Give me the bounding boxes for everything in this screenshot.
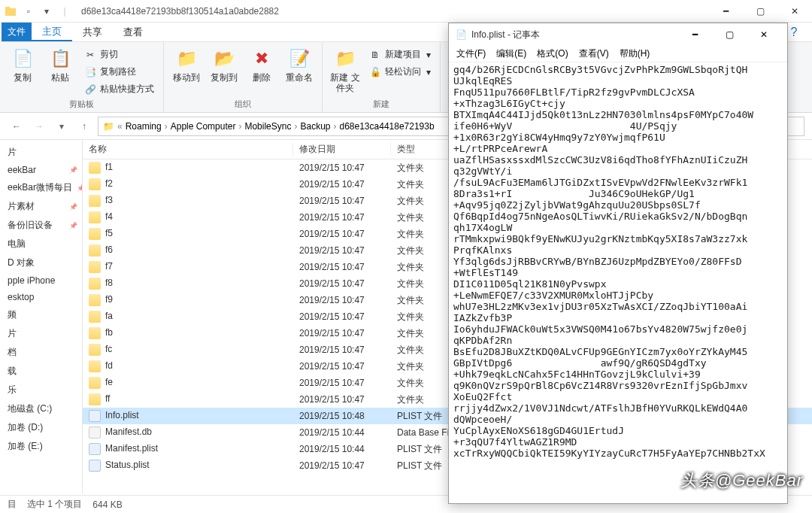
notepad-titlebar[interactable]: 📄 Info.plist - 记事本 ━ ▢ ✕: [449, 23, 787, 46]
file-date: 2019/2/15 10:47: [293, 212, 391, 223]
file-name: f5: [105, 228, 113, 238]
nav-back-button[interactable]: ←: [8, 117, 26, 135]
np-menu-format[interactable]: 格式(O): [532, 46, 572, 62]
nav-item[interactable]: eekBar: [0, 162, 82, 178]
file-name: f7: [105, 261, 113, 272]
nav-item[interactable]: 片素材: [0, 197, 82, 216]
tab-home[interactable]: 主页: [32, 23, 72, 41]
svg-rect-0: [5, 8, 16, 16]
notepad-body[interactable]: gq4/b26RjECDCnGlsRCBy3t5VGvcjZvPhPkZm9GW…: [449, 62, 787, 503]
nav-up-button[interactable]: ↑: [75, 117, 93, 135]
file-name: f3: [105, 195, 113, 205]
maximize-button[interactable]: ▢: [743, 0, 777, 23]
np-close-button[interactable]: ✕: [747, 23, 781, 46]
group-organize-label: 组织: [170, 97, 316, 112]
column-date[interactable]: 修改日期: [293, 143, 391, 156]
nav-forward-button[interactable]: →: [30, 117, 48, 135]
nav-item[interactable]: 片: [0, 324, 82, 343]
nav-item[interactable]: 载: [0, 362, 82, 381]
path-icon: 📑: [84, 66, 96, 78]
file-name: Status.plist: [105, 460, 150, 470]
nav-item[interactable]: D 对象: [0, 253, 82, 272]
copy-to-button[interactable]: 📂复制到: [208, 45, 241, 83]
newitem-icon: 🗎: [369, 49, 381, 61]
file-date: 2019/2/15 10:47: [293, 311, 391, 322]
np-menu-edit[interactable]: 编辑(E): [492, 46, 531, 62]
copy-path-button[interactable]: 📑复制路径: [81, 64, 157, 80]
folder-icon: [89, 344, 101, 356]
file-name: fa: [105, 311, 113, 321]
watermark: 头条@GeekBar: [680, 469, 803, 492]
notepad-menu: 文件(F) 编辑(E) 格式(O) 查看(V) 帮助(H): [449, 46, 787, 62]
np-maximize-button[interactable]: ▢: [712, 23, 747, 46]
folder-icon: [5, 5, 17, 17]
properties-icon[interactable]: ▫: [23, 5, 35, 17]
file-date: 2019/2/15 10:47: [293, 328, 391, 338]
nav-item[interactable]: pple iPhone: [0, 272, 82, 289]
paste-button[interactable]: 📋粘贴: [44, 45, 77, 83]
new-item-button[interactable]: 🗎新建项目▾: [366, 47, 434, 62]
nav-item[interactable]: 加卷 (E:): [0, 437, 82, 456]
easy-access-button[interactable]: 🔓轻松访问▾: [366, 64, 434, 80]
file-date: 2019/2/15 10:47: [293, 460, 391, 471]
file-name: f4: [105, 211, 113, 222]
rename-button[interactable]: 📝重命名: [283, 45, 316, 83]
file-name: f2: [105, 178, 113, 189]
notepad-icon: 📄: [455, 29, 467, 41]
file-name: f6: [105, 244, 113, 255]
navigation-pane[interactable]: 片eekBareekBar微博每日片素材备份旧设备电脑D 对象pple iPho…: [0, 140, 83, 493]
file-name: ff: [105, 393, 110, 404]
group-new-label: 新建: [329, 97, 434, 112]
delete-button[interactable]: ✖删除: [245, 45, 278, 83]
easyaccess-icon: 🔓: [369, 66, 381, 78]
tab-view[interactable]: 查看: [113, 23, 153, 41]
file-name: fe: [105, 377, 113, 387]
file-date: 2019/2/15 10:48: [293, 411, 391, 421]
new-folder-button[interactable]: 📁新建 文件夹: [329, 45, 362, 94]
tab-share[interactable]: 共享: [72, 23, 113, 41]
crumb[interactable]: Roaming: [126, 121, 162, 132]
nav-item[interactable]: 电脑: [0, 235, 82, 253]
nav-item[interactable]: 档: [0, 343, 82, 362]
file-date: 2019/2/15 10:47: [293, 345, 391, 355]
np-minimize-button[interactable]: ━: [677, 23, 712, 46]
nav-item[interactable]: 备份旧设备: [0, 216, 82, 235]
close-button[interactable]: ✕: [777, 0, 812, 23]
crumb[interactable]: d68e13ca4418e72193b: [340, 121, 435, 132]
nav-item[interactable]: 频: [0, 305, 82, 324]
folder-icon: [89, 360, 101, 372]
chevron-down-icon[interactable]: ▾: [41, 5, 53, 17]
crumb[interactable]: Backup: [300, 121, 330, 132]
np-menu-view[interactable]: 查看(V): [574, 46, 614, 62]
nav-item[interactable]: esktop: [0, 289, 82, 305]
nav-item[interactable]: eekBar微博每日: [0, 178, 82, 197]
np-menu-help[interactable]: 帮助(H): [615, 46, 655, 62]
chevron-right-icon: ›: [294, 121, 297, 132]
nav-item[interactable]: 地磁盘 (C:): [0, 399, 82, 418]
status-selected: 选中 1 个项目: [27, 498, 82, 511]
move-to-button[interactable]: 📁移动到: [170, 45, 203, 83]
minimize-button[interactable]: ━: [708, 0, 743, 23]
file-name: fd: [105, 360, 113, 371]
crumb[interactable]: MobileSync: [244, 121, 291, 132]
file-date: 2019/2/15 10:47: [293, 278, 391, 289]
cut-button[interactable]: ✂剪切: [81, 47, 157, 62]
folder-icon: [89, 178, 101, 190]
moveto-icon: 📁: [174, 47, 198, 71]
folder-icon: [89, 261, 101, 273]
nav-item[interactable]: 乐: [0, 381, 82, 399]
tab-file[interactable]: 文件: [2, 23, 32, 41]
np-menu-file[interactable]: 文件(F): [452, 46, 490, 62]
column-name[interactable]: 名称: [83, 143, 293, 156]
plist-icon: [89, 443, 101, 455]
copy-button[interactable]: 📄复制: [6, 45, 39, 83]
nav-item[interactable]: 加卷 (D:): [0, 418, 82, 437]
file-date: 2019/2/15 10:47: [293, 196, 391, 206]
file-date: 2019/2/15 10:47: [293, 295, 391, 305]
nav-item[interactable]: 片: [0, 143, 82, 162]
nav-recent-button[interactable]: ▾: [53, 117, 71, 135]
crumb[interactable]: Apple Computer: [171, 121, 236, 132]
file-date: 2019/2/15 10:47: [293, 262, 391, 272]
db-icon: [89, 426, 101, 439]
paste-shortcut-button[interactable]: 🔗粘贴快捷方式: [81, 81, 157, 97]
